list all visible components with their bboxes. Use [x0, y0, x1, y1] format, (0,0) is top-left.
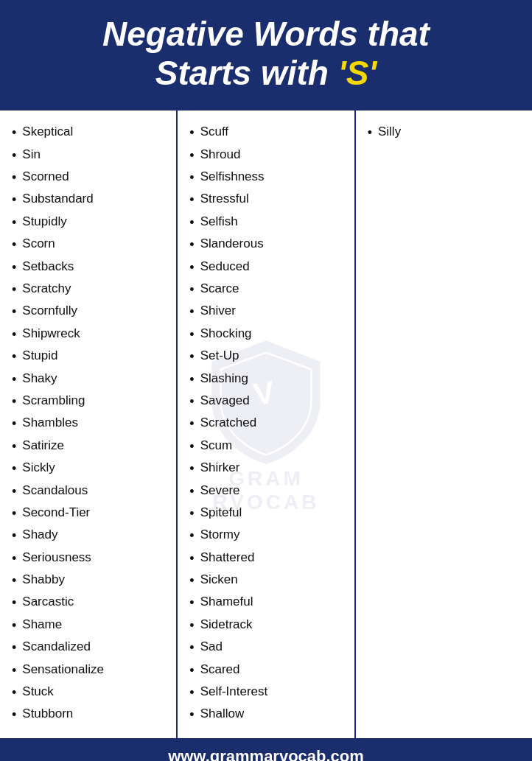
list-item: Shattered	[189, 547, 346, 569]
list-item: Slanderous	[189, 234, 346, 256]
list-item: Shroud	[189, 144, 346, 166]
list-item: Skeptical	[12, 122, 169, 144]
list-item: Scorned	[12, 167, 169, 189]
list-item: Scornfully	[12, 301, 169, 323]
list-item: Shaky	[12, 368, 169, 390]
list-item: Scum	[189, 435, 346, 457]
content-area: V GRAM RVOCAB SkepticalSinScornedSubstan…	[0, 111, 532, 739]
list-item: Scarce	[189, 279, 346, 301]
list-item: Shirker	[189, 458, 346, 480]
list-item: Setbacks	[12, 256, 169, 278]
list-item: Sickly	[12, 458, 169, 480]
list-item: Sidetrack	[189, 614, 346, 636]
header: Negative Words that Starts with 'S'	[0, 0, 532, 111]
list-item: Selfishness	[189, 167, 346, 189]
column-3: Silly	[356, 111, 532, 739]
list-item: Spiteful	[189, 502, 346, 525]
list-item: Silly	[368, 122, 525, 144]
list-item: Selfish	[189, 211, 346, 234]
list-item: Stressful	[189, 189, 346, 211]
list-item: Stuck	[12, 682, 169, 704]
title-line1: Negative Words that	[102, 15, 430, 53]
column-1: SkepticalSinScornedSubstandardStupidlySc…	[0, 111, 178, 739]
footer: www.grammarvocab.com	[0, 738, 532, 761]
list-item: Shipwreck	[12, 323, 169, 346]
list-item: Set-Up	[189, 346, 346, 368]
list-item: Shiver	[189, 301, 346, 323]
list-item: Stupid	[12, 346, 169, 368]
list-item: Scandalous	[12, 480, 169, 502]
title-line2-pre: Starts with	[155, 54, 338, 92]
list-item: Sad	[189, 637, 346, 659]
list-item: Shameful	[189, 592, 346, 614]
list-item: Substandard	[12, 189, 169, 211]
list-item: Shady	[12, 525, 169, 547]
list-item: Shambles	[12, 413, 169, 435]
list-item: Severe	[189, 480, 346, 502]
list-item: Self-Interest	[189, 682, 346, 704]
list-item: Shabby	[12, 570, 169, 592]
column-1-list: SkepticalSinScornedSubstandardStupidlySc…	[12, 122, 169, 727]
columns-wrapper: SkepticalSinScornedSubstandardStupidlySc…	[0, 111, 532, 739]
list-item: Shallow	[189, 704, 346, 726]
list-item: Stupidly	[12, 211, 169, 234]
list-item: Scared	[189, 659, 346, 681]
list-item: Second-Tier	[12, 502, 169, 525]
list-item: Shocking	[189, 323, 346, 346]
column-2: ScuffShroudSelfishnessStressfulSelfishSl…	[178, 111, 355, 739]
list-item: Scrambling	[12, 390, 169, 413]
list-item: Seduced	[189, 256, 346, 278]
column-2-list: ScuffShroudSelfishnessStressfulSelfishSl…	[189, 122, 346, 727]
footer-url: www.grammarvocab.com	[168, 747, 364, 761]
list-item: Scorn	[12, 234, 169, 256]
list-item: Sicken	[189, 570, 346, 592]
title-highlight: 'S'	[338, 54, 377, 92]
list-item: Shame	[12, 614, 169, 636]
list-item: Scuff	[189, 122, 346, 144]
list-item: Stubborn	[12, 704, 169, 726]
list-item: Scandalized	[12, 637, 169, 659]
list-item: Satirize	[12, 435, 169, 457]
list-item: Sensationalize	[12, 659, 169, 681]
list-item: Slashing	[189, 368, 346, 390]
list-item: Stormy	[189, 525, 346, 547]
column-3-list: Silly	[368, 122, 525, 144]
list-item: Scratched	[189, 413, 346, 435]
list-item: Sin	[12, 144, 169, 166]
list-item: Seriousness	[12, 547, 169, 569]
list-item: Scratchy	[12, 279, 169, 301]
list-item: Savaged	[189, 390, 346, 413]
list-item: Sarcastic	[12, 592, 169, 614]
